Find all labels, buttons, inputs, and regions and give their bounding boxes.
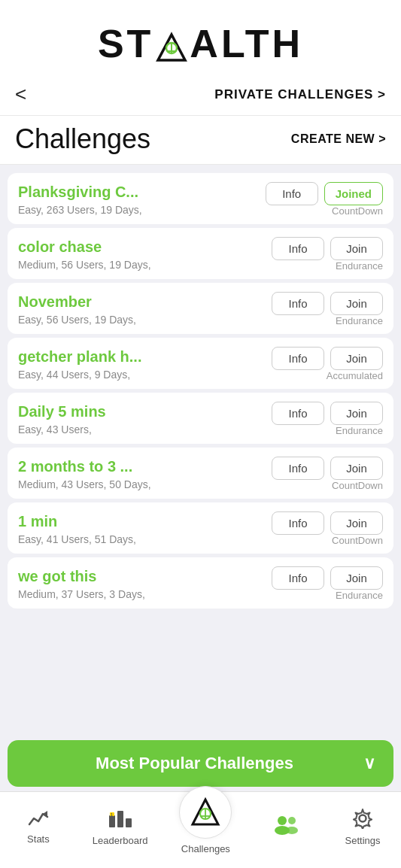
svg-point-20 — [360, 815, 366, 822]
challenge-meta: Easy, 41 Users, 51 Days, — [18, 533, 255, 545]
challenge-name: color chase — [18, 238, 255, 256]
challenge-type: Endurance — [336, 315, 383, 326]
join-button[interactable]: Join — [330, 566, 383, 590]
info-button[interactable]: Info — [272, 511, 324, 535]
stats-label: Stats — [27, 833, 50, 845]
bottom-nav: Stats 1 2 3 Leaderboard — [0, 791, 401, 868]
join-button[interactable]: Join — [330, 347, 383, 370]
challenges-label: Challenges — [181, 843, 230, 854]
challenge-list: Planksgiving C...Easy, 263 Users, 19 Day… — [0, 165, 401, 734]
svg-rect-5 — [109, 815, 115, 827]
logo-icon — [155, 29, 188, 62]
challenge-meta: Medium, 43 Users, 50 Days, — [18, 478, 255, 490]
challenge-name: November — [18, 293, 255, 311]
nav-item-settings[interactable]: Settings — [340, 808, 385, 846]
info-button[interactable]: Info — [272, 347, 324, 370]
info-button[interactable]: Info — [272, 457, 324, 480]
challenge-name: 1 min — [18, 513, 255, 530]
join-button[interactable]: Join — [330, 292, 383, 315]
challenge-meta: Easy, 43 Users, — [18, 423, 255, 436]
back-button[interactable]: < — [15, 83, 26, 106]
challenge-name: 2 months to 3 ... — [18, 458, 255, 475]
svg-text:1: 1 — [111, 812, 113, 817]
challenge-meta: Medium, 56 Users, 19 Days, — [18, 259, 255, 271]
create-new-button[interactable]: CREATE NEW > — [291, 132, 386, 146]
svg-point-16 — [278, 816, 287, 825]
challenge-meta: Medium, 37 Users, 3 Days, — [18, 588, 255, 600]
info-button[interactable]: Info — [272, 292, 324, 315]
challenge-item: NovemberEasy, 56 Users, 19 Days,InfoJoin… — [8, 283, 393, 334]
info-button[interactable]: Info — [272, 566, 324, 590]
challenge-item: Daily 5 minsEasy, 43 Users,InfoJoinEndur… — [8, 393, 393, 444]
challenge-type: Endurance — [336, 260, 383, 272]
page-header: Challenges CREATE NEW > — [0, 116, 401, 165]
settings-label: Settings — [345, 835, 381, 846]
join-button[interactable]: Join — [330, 237, 383, 260]
app-logo: ST ALTH — [98, 21, 303, 66]
nav-item-leaderboard[interactable]: 1 2 3 Leaderboard — [93, 808, 148, 846]
nav-row: < PRIVATE CHALLENGES > — [0, 77, 401, 116]
private-challenges-link[interactable]: PRIVATE CHALLENGES > — [214, 87, 386, 102]
challenges-center-circle — [179, 786, 232, 839]
challenge-item: color chaseMedium, 56 Users, 19 Days,Inf… — [8, 228, 393, 279]
info-button[interactable]: Info — [272, 237, 324, 260]
challenge-name: getcher plank h... — [18, 348, 255, 366]
join-button[interactable]: Join — [330, 457, 383, 480]
join-button[interactable]: Join — [330, 402, 383, 425]
challenge-type: CountDown — [332, 535, 383, 546]
challenge-name: Daily 5 mins — [18, 403, 255, 420]
challenge-meta: Easy, 44 Users, 9 Days, — [18, 369, 255, 381]
nav-item-stats[interactable]: Stats — [16, 809, 61, 845]
challenge-name: we got this — [18, 568, 255, 585]
stats-icon — [28, 809, 49, 830]
groups-icon — [272, 814, 299, 838]
join-button[interactable]: Join — [330, 511, 383, 535]
joined-button[interactable]: Joined — [324, 182, 383, 205]
challenge-meta: Easy, 263 Users, 19 Days, — [18, 204, 255, 216]
challenge-name: Planksgiving C... — [18, 184, 255, 201]
leaderboard-label: Leaderboard — [93, 835, 148, 846]
challenge-item: 1 minEasy, 41 Users, 51 Days,InfoJoinCou… — [8, 502, 393, 554]
page-title: Challenges — [15, 123, 150, 155]
nav-item-groups[interactable] — [263, 814, 308, 841]
svg-point-17 — [288, 817, 296, 824]
challenge-type: Endurance — [336, 590, 383, 601]
challenge-type: Endurance — [336, 425, 383, 436]
challenge-item: getcher plank h...Easy, 44 Users, 9 Days… — [8, 338, 393, 389]
challenge-type: CountDown — [332, 205, 383, 217]
logo-area: ST ALTH — [0, 0, 401, 77]
info-button[interactable]: Info — [272, 402, 324, 425]
most-popular-banner[interactable]: Most Popular Challenges ∨ — [8, 740, 393, 787]
popular-banner-label: Most Popular Challenges — [26, 754, 363, 773]
challenge-item: we got thisMedium, 37 Users, 3 Days,Info… — [8, 557, 393, 609]
svg-text:3: 3 — [127, 820, 129, 824]
settings-icon — [352, 808, 373, 832]
challenge-meta: Easy, 56 Users, 19 Days, — [18, 314, 255, 326]
svg-text:2: 2 — [119, 812, 121, 817]
phone-container: ST ALTH < PRIVATE CHALLENGES > Challenge… — [0, 0, 401, 868]
info-button[interactable]: Info — [266, 182, 318, 205]
challenge-type: Accumulated — [327, 370, 383, 381]
nav-item-challenges[interactable]: Challenges — [179, 800, 232, 854]
leaderboard-icon: 1 2 3 — [108, 808, 133, 832]
challenge-item: Planksgiving C...Easy, 263 Users, 19 Day… — [8, 173, 393, 224]
challenge-type: CountDown — [332, 480, 383, 491]
challenge-item: 2 months to 3 ...Medium, 43 Users, 50 Da… — [8, 448, 393, 499]
svg-point-19 — [286, 827, 298, 834]
popular-chevron-icon: ∨ — [363, 754, 375, 773]
